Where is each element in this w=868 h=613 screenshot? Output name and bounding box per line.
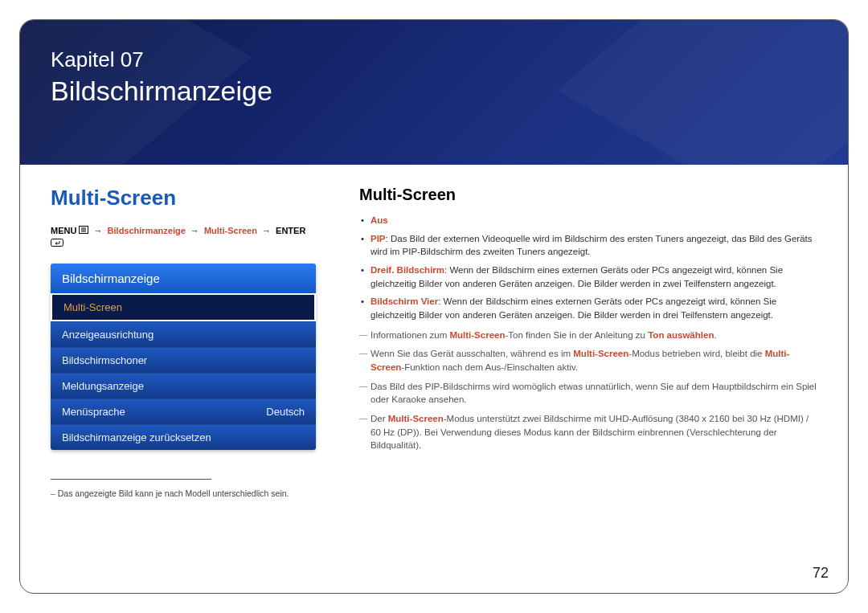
note-text: -Ton finden Sie in der Anleitung zu (505, 330, 648, 340)
bullet-list: AusPIP: Das Bild der externen Videoquell… (359, 214, 817, 322)
osd-item-label: Anzeigeausrichtung (62, 329, 154, 341)
footnote: Das angezeigte Bild kann je nach Modell … (51, 488, 316, 500)
arrow-icon: → (262, 226, 271, 235)
footnote-rule (51, 479, 211, 480)
note-text: Informationen zum (371, 330, 449, 340)
bullet-item: PIP: Das Bild der externen Videoquelle w… (361, 232, 817, 259)
menu-icon (79, 225, 88, 237)
page-border: Kapitel 07 Bildschirmanzeige Multi-Scree… (19, 19, 849, 594)
enter-icon (51, 238, 63, 250)
osd-item-label: Bildschirmschoner (62, 354, 147, 366)
osd-item-label: Bildschirmanzeige zurücksetzen (62, 431, 211, 443)
dash-note: Der Multi-Screen-Modus unterstützt zwei … (359, 412, 817, 452)
bullet-item: Bildschirm Vier: Wenn der Bildschirm ein… (361, 295, 817, 321)
dash-notes: Informationen zum Multi-Screen-Ton finde… (359, 329, 817, 452)
menu-path: MENU → Bildschirmanzeige → Multi-Screen … (51, 225, 316, 251)
bullet-text: : Das Bild der externen Videoquelle wird… (371, 234, 813, 257)
osd-item[interactable]: Bildschirmschoner (51, 347, 316, 373)
arrow-icon: → (94, 226, 103, 235)
content-area: Multi-Screen MENU → Bildschirmanzeige → … (20, 165, 848, 499)
menu-prefix: MENU (51, 226, 76, 235)
note-text: -Modus betrieben wird, bleibt die (628, 349, 764, 358)
note-highlight: Ton auswählen (648, 330, 714, 340)
osd-menu: Bildschirmanzeige Multi-ScreenAnzeigeaus… (51, 264, 316, 450)
bullet-term: PIP (371, 234, 386, 243)
note-text: Der (371, 414, 388, 423)
osd-item[interactable]: Meldungsanzeige (51, 373, 316, 398)
bullet-item: Aus (361, 214, 817, 227)
bullet-term: Dreif. Bildschirm (371, 265, 444, 275)
note-highlight: Multi-Screen (573, 349, 628, 358)
osd-item-label: Menüsprache (62, 406, 125, 418)
osd-item[interactable]: Anzeigeausrichtung (51, 321, 316, 347)
arrow-icon: → (190, 226, 199, 235)
note-highlight: Multi-Screen (449, 330, 505, 340)
menu-path-part-1: Bildschirmanzeige (108, 226, 186, 235)
bullet-item: Dreif. Bildschirm: Wenn der Bildschirm e… (361, 264, 817, 290)
note-text: Wenn Sie das Gerät ausschalten, während … (371, 349, 573, 358)
bullet-term: Bildschirm Vier (371, 296, 438, 306)
right-column: Multi-Screen AusPIP: Das Bild der extern… (359, 186, 817, 499)
left-column: Multi-Screen MENU → Bildschirmanzeige → … (51, 186, 316, 499)
chapter-title: Bildschirmanzeige (51, 76, 817, 107)
osd-item[interactable]: MenüspracheDeutsch (51, 398, 316, 424)
osd-item-label: Multi-Screen (63, 301, 122, 313)
dash-note: Das Bild des PIP-Bildschirms wird womögl… (359, 380, 817, 407)
note-text: -Funktion nach dem Aus-/Einschalten akti… (401, 362, 578, 372)
page-number: 72 (813, 565, 829, 582)
menu-enter: ENTER (276, 226, 305, 235)
chapter-header: Kapitel 07 Bildschirmanzeige (20, 20, 848, 165)
note-text: Das Bild des PIP-Bildschirms wird womögl… (371, 382, 817, 405)
osd-item[interactable]: Multi-Screen (51, 293, 316, 321)
osd-header: Bildschirmanzeige (51, 264, 316, 293)
bullet-term: Aus (371, 215, 388, 225)
chapter-line: Kapitel 07 (51, 47, 817, 72)
note-highlight: Multi-Screen (388, 414, 444, 423)
dash-note: Informationen zum Multi-Screen-Ton finde… (359, 329, 817, 342)
osd-item[interactable]: Bildschirmanzeige zurücksetzen (51, 424, 316, 450)
note-text: . (714, 330, 716, 340)
osd-item-value: Deutsch (266, 406, 305, 418)
menu-path-part-2: Multi-Screen (204, 226, 257, 235)
osd-item-label: Meldungsanzeige (62, 380, 144, 392)
dash-note: Wenn Sie das Gerät ausschalten, während … (359, 347, 817, 374)
